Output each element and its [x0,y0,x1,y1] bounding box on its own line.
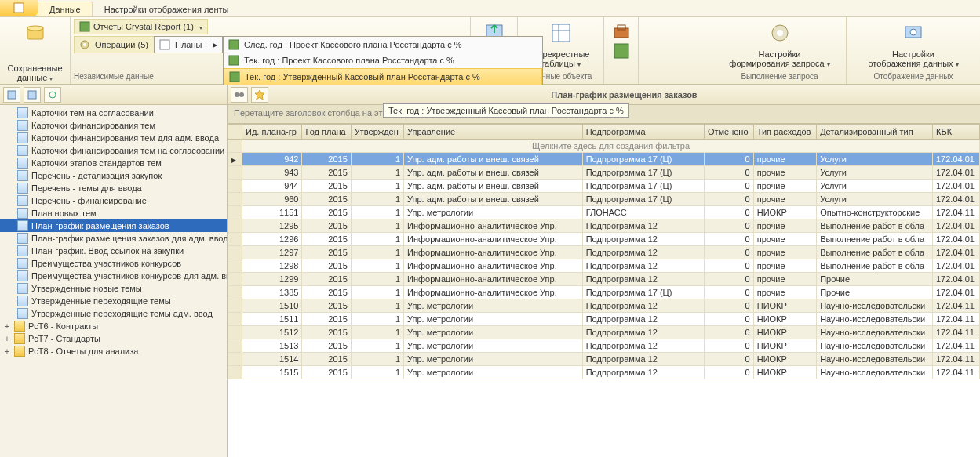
tree-expand-button[interactable] [24,87,41,103]
tree-node[interactable]: Утвержденные новые темы [0,282,227,295]
cell-id[interactable]: 1385 [242,286,302,299]
filter-row[interactable]: Щелкните здесь для создания фильтра [228,140,980,153]
col-approved[interactable]: Утвержден [351,125,403,140]
cell-detail[interactable]: Научно-исследовательски [817,313,933,326]
cell-id[interactable]: 1297 [242,246,302,259]
row-selector[interactable] [228,273,242,286]
row-selector[interactable] [228,313,242,326]
cell-department[interactable]: Информационно-аналитическое Упр. [404,233,583,246]
cell-department[interactable]: Информационно-аналитическое Упр. [404,246,583,259]
cell-approved[interactable]: 1 [351,326,403,339]
cell-detail[interactable]: Прочие [817,273,933,286]
favorite-button[interactable] [251,87,268,103]
cell-id[interactable]: 1511 [242,313,302,326]
cell-approved[interactable]: 1 [351,366,403,379]
cell-id[interactable]: 943 [242,166,302,180]
table-row[interactable]: 115120151Упр. метрологииГЛОНАСС0НИОКРОпы… [228,206,980,219]
row-selector[interactable] [228,339,242,353]
tree[interactable]: Карточки тем на согласованииКарточки фин… [0,105,227,457]
cell-cancelled[interactable]: 0 [704,219,753,233]
cell-year[interactable]: 2015 [302,366,351,379]
cell-kbk[interactable]: 172.04.01 [933,180,980,193]
row-selector[interactable] [228,246,242,259]
cell-department[interactable]: Упр. метрологии [404,339,583,353]
cell-kbk[interactable]: 172.04.01 [933,246,980,259]
cell-type[interactable]: НИОКР [753,313,816,326]
cell-approved[interactable]: 1 [351,193,403,206]
cell-subprogram[interactable]: Подпрограмма 17 (Ц) [582,153,704,166]
cell-department[interactable]: Информационно-аналитическое Упр. [404,259,583,273]
query-settings-button[interactable]: Настройки формирования запроса [729,49,829,68]
cell-cancelled[interactable]: 0 [704,353,753,366]
cell-department[interactable]: Упр. адм. работы и внеш. связей [404,193,583,206]
row-selector[interactable] [228,366,242,379]
cell-subprogram[interactable]: Подпрограмма 12 [582,339,704,353]
cell-department[interactable]: Упр. метрологии [404,366,583,379]
cell-cancelled[interactable]: 0 [704,153,753,166]
tree-folder[interactable]: +РсТ6 - Контракты [0,320,227,332]
cell-subprogram[interactable]: Подпрограмма 17 (Ц) [582,166,704,180]
tab-data[interactable]: Данные [38,2,93,16]
table-row[interactable]: 94320151Упр. адм. работы и внеш. связейП… [228,166,980,180]
table-row[interactable]: 129620151Информационно-аналитическое Упр… [228,233,980,246]
cell-type[interactable]: НИОКР [753,206,816,219]
cell-approved[interactable]: 1 [351,299,403,313]
row-selector[interactable] [228,206,242,219]
tree-folder[interactable]: +РсТ7 - Стандарты [0,332,227,345]
cell-kbk[interactable]: 172.04.11 [933,366,980,379]
cell-cancelled[interactable]: 0 [704,313,753,326]
tree-node[interactable]: Перечень - темы для ввода [0,182,227,194]
table-row[interactable]: 129720151Информационно-аналитическое Упр… [228,246,980,259]
table-row[interactable]: 129920151Информационно-аналитическое Упр… [228,273,980,286]
cell-type[interactable]: прочие [753,219,816,233]
table-row[interactable]: 151320151Упр. метрологииПодпрограмма 120… [228,339,980,353]
cell-subprogram[interactable]: Подпрограмма 12 [582,326,704,339]
cell-id[interactable]: 1296 [242,233,302,246]
cell-type[interactable]: прочие [753,153,816,166]
table-row[interactable]: 94220151Упр. адм. работы и внеш. связейП… [228,153,980,166]
cell-department[interactable]: Информационно-аналитическое Упр. [404,219,583,233]
tree-node[interactable]: План-график. Ввод ссылок на закупки [0,245,227,257]
cell-detail[interactable]: Услуги [817,166,933,180]
table-row[interactable]: 94420151Упр. адм. работы и внеш. связейП… [228,180,980,193]
flyout-item-cur-year-draft[interactable]: Тек. год : Проект Кассового плана Росста… [224,53,542,68]
cell-type[interactable]: прочие [753,180,816,193]
cell-department[interactable]: Упр. метрологии [404,299,583,313]
cell-subprogram[interactable]: Подпрограмма 17 (Ц) [582,180,704,193]
cell-detail[interactable]: Научно-исследовательски [817,366,933,379]
cell-cancelled[interactable]: 0 [704,286,753,299]
table-row[interactable]: 151420151Упр. метрологииПодпрограмма 120… [228,353,980,366]
crystal-reports-button[interactable]: Отчеты Crystal Report (1) [74,19,208,34]
cell-year[interactable]: 2015 [302,233,351,246]
cell-id[interactable]: 960 [242,193,302,206]
tree-node[interactable]: Перечень - финансирование [0,194,227,207]
cell-approved[interactable]: 1 [351,259,403,273]
app-menu-handle[interactable] [0,0,38,16]
table-row[interactable]: 151120151Упр. метрологииПодпрограмма 120… [228,313,980,326]
flyout-item-cur-year-approved[interactable]: Тек. год : Утвержденный Кассовый план Ро… [224,68,542,85]
tree-node[interactable]: Карточки финансирования тем [0,119,227,132]
col-cancelled[interactable]: Отменено [704,125,753,140]
cell-year[interactable]: 2015 [302,219,351,233]
cell-subprogram[interactable]: Подпрограмма 12 [582,259,704,273]
tree-node[interactable]: Утвержденные переходящие темы [0,295,227,307]
cell-cancelled[interactable]: 0 [704,339,753,353]
cell-year[interactable]: 2015 [302,166,351,180]
cell-year[interactable]: 2015 [302,246,351,259]
cell-year[interactable]: 2015 [302,193,351,206]
cell-approved[interactable]: 1 [351,166,403,180]
cell-kbk[interactable]: 172.04.01 [933,219,980,233]
cell-detail[interactable]: Услуги [817,153,933,166]
tree-node[interactable]: Карточки тем на согласовании [0,107,227,119]
cell-subprogram[interactable]: Подпрограмма 12 [582,313,704,326]
cell-id[interactable]: 1515 [242,366,302,379]
cell-type[interactable]: НИОКР [753,326,816,339]
operations-button[interactable]: Операции (5) [74,36,164,53]
cell-kbk[interactable]: 172.04.01 [933,166,980,180]
cell-department[interactable]: Упр. метрологии [404,206,583,219]
cell-approved[interactable]: 1 [351,246,403,259]
row-selector[interactable] [228,193,242,206]
row-selector[interactable] [228,353,242,366]
cell-detail[interactable]: Выполнение работ в обла [817,246,933,259]
cell-approved[interactable]: 1 [351,219,403,233]
